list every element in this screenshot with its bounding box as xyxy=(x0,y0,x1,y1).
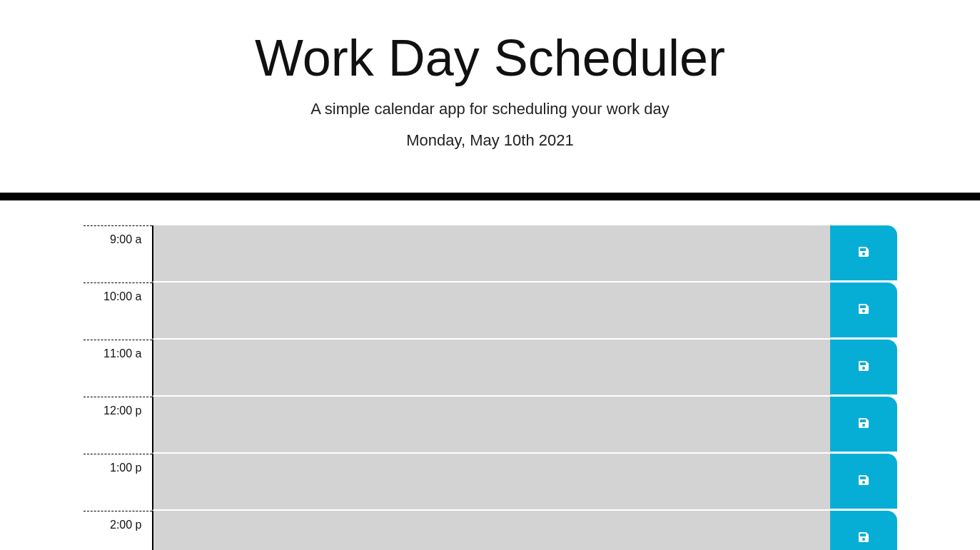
header-divider xyxy=(0,193,980,200)
event-input[interactable] xyxy=(152,454,830,511)
current-day: Monday, May 10th 2021 xyxy=(14,131,966,150)
save-button[interactable] xyxy=(830,340,897,397)
hour-label: 2:00 p xyxy=(84,511,152,550)
save-button[interactable] xyxy=(830,511,897,550)
save-button[interactable] xyxy=(830,225,897,282)
time-block: 10:00 a xyxy=(84,282,897,340)
time-block: 9:00 a xyxy=(84,225,897,282)
save-icon xyxy=(858,531,869,545)
page-title: Work Day Scheduler xyxy=(14,29,966,87)
event-input[interactable] xyxy=(152,397,830,454)
time-block: 11:00 a xyxy=(84,340,897,397)
time-block: 1:00 p xyxy=(84,454,897,511)
hour-label: 9:00 a xyxy=(84,225,152,282)
hour-label: 1:00 p xyxy=(84,454,152,511)
schedule-container: 9:00 a10:00 a11:00 a12:00 p1:00 p2:00 p xyxy=(84,200,897,550)
hour-label: 12:00 p xyxy=(84,397,152,454)
hour-label: 11:00 a xyxy=(84,340,152,397)
page-header: Work Day Scheduler A simple calendar app… xyxy=(0,0,980,193)
hour-label: 10:00 a xyxy=(84,282,152,340)
event-input[interactable] xyxy=(152,340,830,397)
save-button[interactable] xyxy=(830,282,897,340)
time-block: 2:00 p xyxy=(84,511,897,550)
event-input[interactable] xyxy=(152,225,830,282)
save-icon xyxy=(858,303,869,317)
event-input[interactable] xyxy=(152,282,830,340)
save-icon xyxy=(858,360,869,374)
save-icon xyxy=(858,246,869,260)
save-icon xyxy=(858,474,869,488)
time-block: 12:00 p xyxy=(84,397,897,454)
save-button[interactable] xyxy=(830,454,897,511)
save-icon xyxy=(858,417,869,431)
save-button[interactable] xyxy=(830,397,897,454)
event-input[interactable] xyxy=(152,511,830,550)
page-subtitle: A simple calendar app for scheduling you… xyxy=(14,100,966,118)
